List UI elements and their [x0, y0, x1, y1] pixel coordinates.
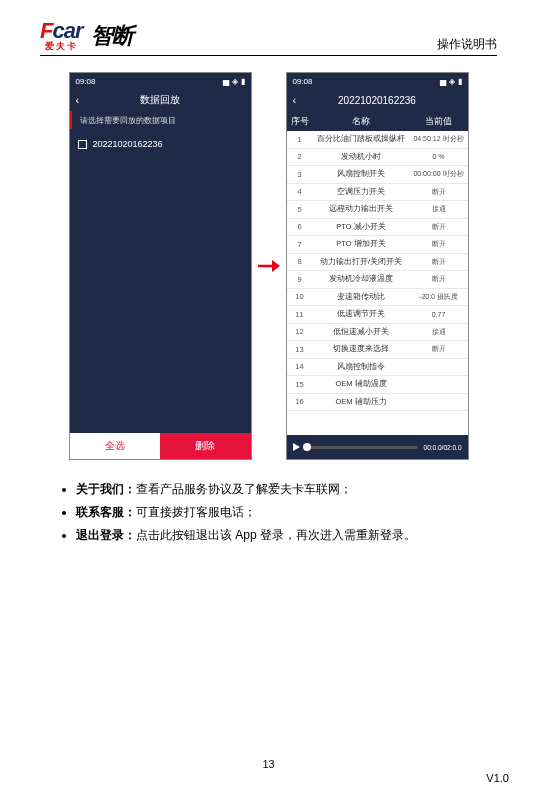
- cell-value: 断开: [410, 257, 468, 267]
- cell-name: 发动机小时: [313, 152, 410, 162]
- page-header: Fcar 爱夫卡 智断 操作说明书: [40, 18, 497, 56]
- cell-name: 风扇控制指令: [313, 362, 410, 372]
- status-icons: ▅◈▮: [437, 77, 462, 86]
- cell-value: 04:50:12 时分秒: [410, 134, 468, 144]
- table-row: 11低速调节开关0.77: [287, 306, 468, 324]
- play-icon[interactable]: [293, 443, 300, 451]
- statusbar: 09:08 ▅◈▮: [287, 73, 468, 89]
- cell-index: 16: [287, 397, 313, 406]
- table-row: 10变速箱传动比-20.0 摄氏度: [287, 289, 468, 307]
- status-icons: ▅◈▮: [220, 77, 245, 86]
- cell-name: 空调压力开关: [313, 187, 410, 197]
- col-header-index: 序号: [287, 115, 313, 128]
- cell-name: 动力输出打开/关闭开关: [313, 257, 410, 267]
- arrow-icon: [258, 259, 280, 273]
- list-item[interactable]: 20221020162236: [78, 135, 243, 153]
- bullet-list: 关于我们：查看产品服务协议及了解爱夫卡车联网； 联系客服：可直接拨打客服电话； …: [40, 478, 497, 546]
- cell-index: 5: [287, 205, 313, 214]
- cell-name: OEM 辅助压力: [313, 397, 410, 407]
- table-row: 4空调压力开关断开: [287, 184, 468, 202]
- list-area: 20221020162236: [70, 129, 251, 433]
- cell-name: PTO 增加开关: [313, 239, 410, 249]
- cell-index: 15: [287, 380, 313, 389]
- page: Fcar 爱夫卡 智断 操作说明书 09:08 ▅◈▮ ‹ 数据回放 请选择需要…: [0, 0, 537, 794]
- table-row: 12低恒速减小开关接通: [287, 324, 468, 342]
- bullet-item: 联系客服：可直接拨打客服电话；: [76, 501, 497, 524]
- col-header-name: 名称: [313, 115, 410, 128]
- progress-track[interactable]: [306, 446, 418, 449]
- table-body: 1百分比油门踏板或操纵杆04:50:12 时分秒 2发动机小时0 % 3风扇控制…: [287, 131, 468, 435]
- cell-index: 13: [287, 345, 313, 354]
- doc-title: 操作说明书: [437, 36, 497, 53]
- cell-value: -20.0 摄氏度: [410, 292, 468, 302]
- cell-index: 14: [287, 362, 313, 371]
- cell-value: 0 %: [410, 153, 468, 160]
- logos: Fcar 爱夫卡 智断: [40, 18, 133, 53]
- table-row: 2发动机小时0 %: [287, 149, 468, 167]
- phone-left: 09:08 ▅◈▮ ‹ 数据回放 请选择需要回放的数据项目 2022102016…: [69, 72, 252, 460]
- cell-value: 断开: [410, 222, 468, 232]
- bullet-label: 联系客服：: [76, 505, 136, 519]
- cell-index: 4: [287, 187, 313, 196]
- zhiduan-logo: 智断: [91, 21, 133, 51]
- page-number: 13: [0, 758, 537, 770]
- bottom-bar: 全选 删除: [70, 433, 251, 459]
- cell-name: 低速调节开关: [313, 309, 410, 319]
- table-row: 5远程动力输出开关接通: [287, 201, 468, 219]
- back-icon[interactable]: ‹: [76, 94, 80, 106]
- cell-name: 发动机冷却液温度: [313, 274, 410, 284]
- status-time: 09:08: [76, 77, 96, 86]
- subtitle: 请选择需要回放的数据项目: [70, 111, 251, 129]
- bullet-item: 退出登录：点击此按钮退出该 App 登录，再次进入需重新登录。: [76, 524, 497, 547]
- cell-index: 8: [287, 257, 313, 266]
- cell-index: 9: [287, 275, 313, 284]
- back-icon[interactable]: ‹: [293, 94, 297, 106]
- table-row: 6PTO 减小开关断开: [287, 219, 468, 237]
- cell-name: 风扇控制开关: [313, 169, 410, 179]
- titlebar: ‹ 数据回放: [70, 89, 251, 111]
- player-time: 00:0.0/02:0.0: [424, 444, 462, 451]
- screen-title: 数据回放: [140, 93, 180, 107]
- svg-marker-1: [272, 260, 280, 272]
- cell-value: 接通: [410, 327, 468, 337]
- cell-index: 2: [287, 152, 313, 161]
- screen-title: 20221020162236: [338, 95, 416, 106]
- checkbox[interactable]: [78, 140, 87, 149]
- bullet-text: 点击此按钮退出该 App 登录，再次进入需重新登录。: [136, 528, 416, 542]
- cell-name: 变速箱传动比: [313, 292, 410, 302]
- table-header: 序号 名称 当前值: [287, 111, 468, 131]
- select-all-button[interactable]: 全选: [70, 433, 161, 459]
- cell-index: 11: [287, 310, 313, 319]
- signal-icon: ▅: [440, 77, 446, 86]
- wifi-icon: ◈: [232, 77, 238, 86]
- player-bar: 00:0.0/02:0.0: [287, 435, 468, 459]
- cell-name: PTO 减小开关: [313, 222, 410, 232]
- cell-index: 7: [287, 240, 313, 249]
- cell-name: OEM 辅助温度: [313, 379, 410, 389]
- cell-index: 1: [287, 135, 313, 144]
- cell-value: 断开: [410, 344, 468, 354]
- table-row: 9发动机冷却液温度断开: [287, 271, 468, 289]
- cell-value: 接通: [410, 204, 468, 214]
- cell-value: 断开: [410, 187, 468, 197]
- cell-name: 远程动力输出开关: [313, 204, 410, 214]
- status-time: 09:08: [293, 77, 313, 86]
- statusbar: 09:08 ▅◈▮: [70, 73, 251, 89]
- version-label: V1.0: [486, 772, 509, 784]
- zhiduan-logo-text: 智断: [91, 23, 133, 48]
- cell-value: 00:00:00 时分秒: [410, 169, 468, 179]
- table-row: 14风扇控制指令: [287, 359, 468, 377]
- bullet-item: 关于我们：查看产品服务协议及了解爱夫卡车联网；: [76, 478, 497, 501]
- cell-name: 百分比油门踏板或操纵杆: [313, 134, 410, 144]
- cell-name: 切换速度来选择: [313, 344, 410, 354]
- delete-button[interactable]: 删除: [160, 433, 251, 459]
- cell-name: 低恒速减小开关: [313, 327, 410, 337]
- cell-value: 断开: [410, 274, 468, 284]
- bullet-text: 可直接拨打客服电话；: [136, 505, 256, 519]
- bullet-text: 查看产品服务协议及了解爱夫卡车联网；: [136, 482, 352, 496]
- battery-icon: ▮: [458, 77, 462, 86]
- cell-index: 3: [287, 170, 313, 179]
- cell-index: 10: [287, 292, 313, 301]
- battery-icon: ▮: [241, 77, 245, 86]
- cell-value: 0.77: [410, 311, 468, 318]
